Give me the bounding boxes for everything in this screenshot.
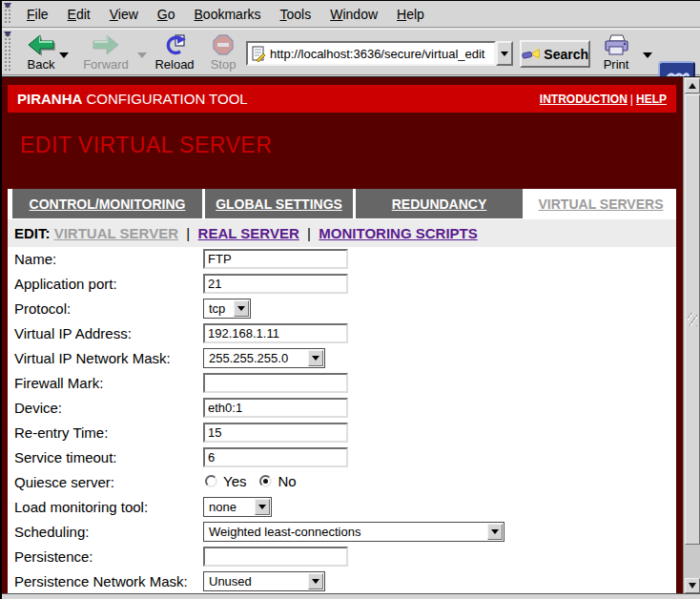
- load-monitoring-select[interactable]: none: [203, 497, 272, 517]
- chevron-down-icon: [487, 524, 503, 540]
- form-row: Application port:: [8, 274, 676, 299]
- virtual-ip-netmask-select[interactable]: 255.255.255.0: [203, 348, 325, 368]
- page-viewport: PIRANHA CONFIGURATION TOOL INTRODUCTION|…: [2, 76, 683, 594]
- arrow-up-icon: [689, 83, 696, 89]
- menu-file[interactable]: File: [17, 7, 58, 22]
- service-timeout-input[interactable]: [203, 447, 348, 467]
- quiesce-no-radio[interactable]: [259, 475, 272, 487]
- form-row: Persistence Network Mask: Unused: [8, 571, 676, 594]
- form-row: Load monitoring tool: none: [8, 497, 676, 522]
- stop-button[interactable]: Stop: [204, 31, 242, 73]
- chevron-down-icon: [234, 300, 249, 317]
- subnav-real-server-link[interactable]: REAL SERVER: [198, 225, 299, 241]
- stop-icon: [212, 33, 235, 56]
- menu-tools[interactable]: Tools: [271, 7, 321, 22]
- protocol-select[interactable]: tcp: [203, 299, 251, 319]
- toolbar-grippy[interactable]: [3, 31, 11, 72]
- form-row: Re-entry Time:: [8, 423, 676, 447]
- window-bottom-edge: [2, 593, 700, 599]
- page-title: EDIT VIRTUAL SERVER: [20, 133, 272, 158]
- url-bar[interactable]: http://localhost:3636/secure/virtual_edi…: [246, 41, 496, 66]
- application-port-input[interactable]: [203, 274, 348, 294]
- search-button[interactable]: Search: [520, 40, 590, 68]
- chevron-down-icon: [308, 573, 323, 589]
- tab-control-monitoring[interactable]: CONTROL/MONITORING: [12, 189, 202, 218]
- collapse-arrow-icon: [4, 31, 11, 37]
- scroll-down-button[interactable]: [685, 578, 700, 593]
- forward-arrow-icon: [92, 33, 120, 56]
- menu-help[interactable]: Help: [387, 7, 434, 22]
- back-button[interactable]: Back: [17, 31, 65, 73]
- forward-dropdown-icon[interactable]: [137, 52, 147, 58]
- form-row: Persistence:: [8, 547, 676, 571]
- firewall-mark-input[interactable]: [203, 373, 348, 393]
- form-row: Protocol: tcp: [8, 299, 676, 323]
- arrow-down-icon: [689, 583, 696, 589]
- menu-bar: File Edit View Go Bookmarks Tools Window…: [2, 1, 700, 28]
- back-arrow-icon: [27, 33, 55, 56]
- navigation-toolbar: Back Forward Reload Stop: [2, 29, 700, 75]
- form-row: Virtual IP Address:: [8, 323, 676, 348]
- content-panel: CONTROL/MONITORING GLOBAL SETTINGS REDUN…: [8, 189, 676, 594]
- chevron-down-icon: [255, 499, 270, 515]
- reload-icon: [162, 33, 187, 56]
- persistence-input[interactable]: [203, 547, 348, 567]
- scheduling-select[interactable]: Weighted least-connections: [203, 522, 504, 542]
- form-row: Service timeout:: [8, 447, 676, 472]
- app-title: PIRANHA CONFIGURATION TOOL: [17, 91, 248, 107]
- vertical-scrollbar[interactable]: [683, 76, 700, 594]
- form-row: Device:: [8, 398, 676, 423]
- browser-window: File Edit View Go Bookmarks Tools Window…: [0, 0, 700, 599]
- form-row: Scheduling: Weighted least-connections: [8, 522, 676, 547]
- device-input[interactable]: [203, 398, 348, 418]
- form-row: Name:: [8, 249, 676, 274]
- form-row: Virtual IP Network Mask: 255.255.255.0: [8, 348, 676, 373]
- chevron-down-icon: [501, 52, 508, 56]
- url-history-dropdown[interactable]: [496, 41, 513, 66]
- tab-redundancy[interactable]: REDUNDANCY: [356, 189, 523, 218]
- banner-links: INTRODUCTION|HELP: [540, 93, 667, 106]
- introduction-link[interactable]: INTRODUCTION: [540, 93, 628, 106]
- bookmark-page-icon: [251, 46, 266, 62]
- print-button[interactable]: Print: [595, 31, 637, 73]
- piranha-banner: PIRANHA CONFIGURATION TOOL INTRODUCTION|…: [8, 85, 676, 113]
- menu-window[interactable]: Window: [320, 7, 387, 22]
- toolbar-grippy[interactable]: [3, 3, 11, 25]
- menu-edit[interactable]: Edit: [58, 7, 100, 22]
- subnav-virtual-server: VIRTUAL SERVER: [54, 225, 178, 241]
- virtual-ip-address-input[interactable]: [203, 323, 348, 343]
- form-row: Firewall Mark:: [8, 373, 676, 398]
- print-dropdown-icon[interactable]: [643, 52, 652, 58]
- menu-bookmarks[interactable]: Bookmarks: [185, 7, 271, 22]
- name-input[interactable]: [203, 249, 348, 269]
- quiesce-server-radio-group: Yes No: [205, 473, 304, 489]
- edit-subnav: EDIT: VIRTUAL SERVER | REAL SERVER | MON…: [8, 219, 676, 247]
- reentry-time-input[interactable]: [203, 423, 348, 443]
- back-dropdown-icon[interactable]: [59, 52, 69, 58]
- subnav-monitoring-scripts-link[interactable]: MONITORING SCRIPTS: [319, 225, 477, 241]
- chevron-down-icon: [308, 350, 323, 366]
- form-row: Quiesce server: Yes No: [8, 472, 676, 497]
- quiesce-yes-radio[interactable]: [205, 475, 217, 487]
- tab-global-settings[interactable]: GLOBAL SETTINGS: [205, 189, 353, 218]
- url-text[interactable]: http://localhost:3636/secure/virtual_edi…: [270, 47, 484, 61]
- printer-icon: [602, 33, 630, 56]
- collapse-arrow-icon: [4, 3, 11, 9]
- scrollbar-thumb[interactable]: [685, 94, 700, 545]
- menu-go[interactable]: Go: [148, 7, 185, 22]
- flashlight-icon: [522, 46, 540, 63]
- thumb-grip-icon: [688, 313, 697, 326]
- tab-virtual-servers[interactable]: VIRTUAL SERVERS: [525, 189, 676, 218]
- forward-button[interactable]: Forward: [78, 31, 134, 73]
- reload-button[interactable]: Reload: [150, 31, 199, 73]
- help-link[interactable]: HELP: [636, 93, 667, 106]
- persistence-netmask-select[interactable]: Unused: [203, 571, 325, 591]
- menu-view[interactable]: View: [100, 7, 148, 22]
- subnav-prefix: EDIT:: [14, 225, 51, 241]
- scroll-up-button[interactable]: [685, 78, 700, 93]
